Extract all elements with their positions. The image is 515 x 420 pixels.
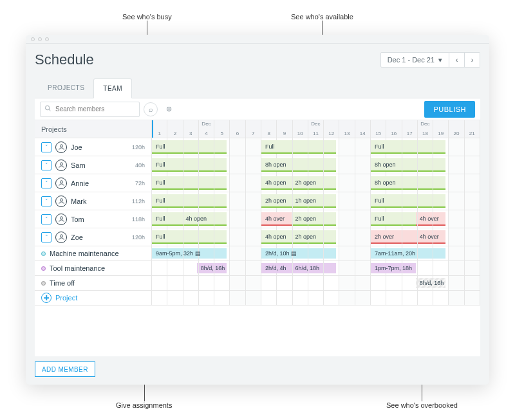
day-cell — [199, 228, 214, 246]
day-cell — [449, 156, 464, 174]
day-cell — [183, 192, 199, 210]
expand-toggle[interactable]: ˅ — [41, 214, 52, 224]
day-cell — [214, 210, 230, 228]
day-cell — [308, 276, 324, 290]
day-cell: 8h/d, 16h — [371, 276, 386, 290]
callout-overbooked: See who's overbooked — [386, 401, 458, 409]
day-cell: 2h open1h open — [261, 192, 277, 210]
day-cell — [246, 210, 261, 228]
day-cell — [308, 138, 324, 156]
task-name: Machine maintenance — [50, 250, 145, 257]
day-header: 5 — [214, 120, 230, 138]
day-header: 8 — [261, 120, 277, 138]
day-cell — [199, 276, 214, 290]
day-cell — [465, 228, 480, 246]
day-header: 3 — [183, 120, 199, 138]
day-cell — [433, 246, 449, 260]
day-header: 13 — [339, 120, 355, 138]
person-name: Annie — [71, 179, 131, 187]
day-cell — [402, 210, 418, 228]
day-cell — [214, 138, 230, 156]
day-cell — [214, 174, 230, 192]
day-cell — [355, 192, 371, 210]
day-cell — [199, 138, 214, 156]
day-cell — [465, 138, 480, 156]
filter-button[interactable]: ⌕ — [144, 102, 158, 116]
day-cell — [230, 210, 245, 228]
day-cell — [355, 261, 371, 275]
avatar-icon — [55, 196, 67, 207]
search-field[interactable] — [40, 102, 140, 117]
next-range-button[interactable]: › — [465, 52, 480, 68]
expand-toggle[interactable]: ˄ — [41, 232, 52, 242]
task-color-dot — [41, 281, 46, 286]
avatar-icon — [55, 178, 67, 189]
day-header: 21 — [465, 120, 480, 138]
day-cell: Full — [152, 174, 167, 192]
day-cell — [230, 228, 245, 246]
day-cell: 8h open — [371, 156, 386, 174]
day-cell — [277, 138, 292, 156]
day-cell — [308, 246, 324, 260]
expand-toggle[interactable]: ˅ — [41, 196, 52, 206]
day-cell — [293, 138, 308, 156]
svg-point-2 — [60, 145, 62, 147]
page-title: Schedule — [35, 51, 94, 68]
callout-busy: See who's busy — [122, 13, 172, 21]
day-cell — [449, 138, 464, 156]
day-cell — [246, 192, 261, 210]
task-name: Tool maintenance — [50, 264, 145, 272]
day-cell — [230, 261, 245, 275]
svg-line-1 — [49, 109, 51, 111]
day-cell — [183, 228, 199, 246]
day-cell: Full4h over — [371, 210, 386, 228]
svg-point-4 — [60, 181, 62, 183]
person-name: Sam — [71, 161, 131, 169]
day-cell — [339, 192, 355, 210]
day-cell — [230, 276, 245, 290]
day-cell — [433, 192, 449, 210]
callout-assignments: Give assignments — [116, 401, 172, 409]
day-cell: 8h open — [261, 156, 277, 174]
expand-toggle[interactable]: ˅ — [41, 142, 52, 152]
tab-strip: PROJECTS TEAM — [35, 78, 480, 98]
day-cell: Full — [371, 192, 386, 210]
day-cell — [465, 276, 480, 290]
day-cell: 9am-5pm, 32h ▤ — [152, 246, 167, 260]
day-cell — [465, 210, 480, 228]
day-cell — [339, 174, 355, 192]
day-cell — [199, 246, 214, 260]
day-cell — [183, 261, 199, 275]
expand-toggle[interactable]: ˅ — [41, 160, 52, 170]
day-cell — [167, 210, 183, 228]
day-cell: 4h open2h open — [261, 228, 277, 246]
search-input[interactable] — [54, 105, 135, 113]
prev-range-button[interactable]: ‹ — [449, 52, 465, 68]
tab-team[interactable]: TEAM — [93, 78, 132, 98]
day-cell — [418, 138, 433, 156]
day-header: 17 — [402, 120, 418, 138]
person-hours: 118h — [132, 216, 145, 223]
publish-button[interactable]: PUBLISH — [424, 101, 475, 118]
day-cell: 2h over4h over — [371, 228, 386, 246]
add-member-button[interactable]: ADD MEMBER — [35, 361, 95, 377]
day-cell — [246, 261, 261, 275]
day-cell — [433, 156, 449, 174]
day-cell — [183, 138, 199, 156]
day-cell: Full — [152, 192, 167, 210]
add-project-button[interactable]: Project — [41, 293, 77, 303]
tab-projects[interactable]: PROJECTS — [39, 78, 93, 98]
day-header: 9 — [277, 120, 292, 138]
day-cell — [402, 192, 418, 210]
day-cell — [449, 228, 464, 246]
day-cell: Full4h open — [152, 210, 167, 228]
add-row-button[interactable]: ⊕ — [162, 102, 176, 116]
person-hours: 112h — [132, 198, 145, 205]
day-cell: Full — [261, 138, 277, 156]
day-header: 20 — [449, 120, 464, 138]
expand-toggle[interactable]: ˅ — [41, 178, 52, 188]
day-cell — [152, 276, 167, 290]
day-cell — [199, 174, 214, 192]
date-range-button[interactable]: Dec 1 - Dec 21 ▾ — [380, 52, 449, 68]
day-cell — [433, 174, 449, 192]
